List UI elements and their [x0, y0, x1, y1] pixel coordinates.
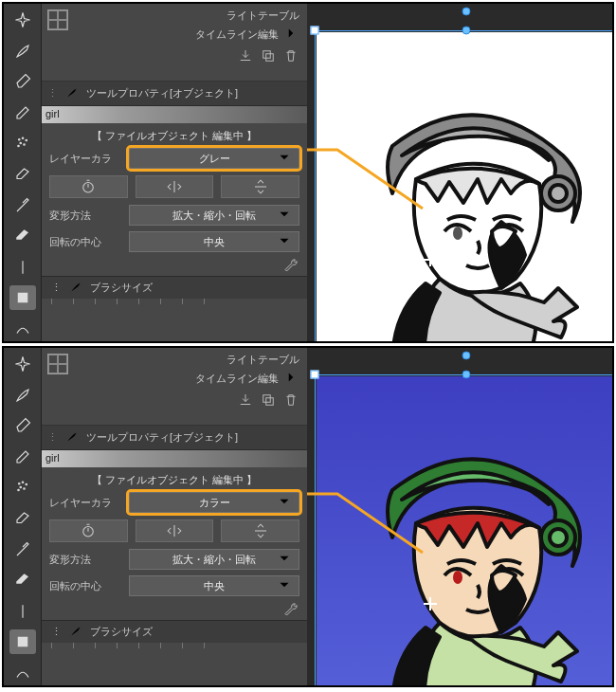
svg-point-18: [23, 488, 25, 490]
flip-vertical-button[interactable]: [221, 519, 299, 542]
brush-size-tab[interactable]: ⋮ ブラシサイズ: [42, 276, 307, 299]
canvas-area[interactable]: [307, 348, 612, 685]
chevron-down-icon: [276, 493, 293, 512]
brush-size-tab[interactable]: ⋮ ブラシサイズ: [42, 620, 307, 643]
svg-point-16: [26, 484, 27, 486]
selection-handle-tl[interactable]: [311, 27, 319, 35]
chevron-down-icon: [276, 149, 293, 168]
svg-point-5: [17, 146, 19, 148]
import-icon[interactable]: [237, 47, 254, 64]
svg-point-26: [453, 571, 462, 584]
pen-icon[interactable]: [9, 413, 36, 439]
rotation-center-value: 中央: [204, 235, 225, 249]
light-table-menu[interactable]: ライトテーブル: [193, 350, 301, 369]
pen-icon[interactable]: [9, 69, 36, 95]
svg-rect-22: [266, 398, 274, 406]
rotation-handle[interactable]: [462, 352, 471, 360]
transform-method-dropdown[interactable]: 拡大・縮小・回転: [129, 549, 299, 570]
rotation-center-dropdown[interactable]: 中央: [129, 231, 299, 252]
timer-mode-button[interactable]: [49, 175, 128, 198]
pencil-icon[interactable]: [9, 445, 36, 470]
layer-color-dropdown[interactable]: カラー: [129, 492, 299, 513]
layout-grid-button[interactable]: [47, 9, 68, 30]
brush-icon[interactable]: [9, 39, 36, 64]
chevron-right-icon: [282, 369, 299, 388]
knife-icon[interactable]: [9, 537, 36, 562]
svg-point-4: [23, 144, 25, 146]
layer-name-text: girl: [45, 452, 60, 464]
tool-property-title: ツールプロパティ[オブジェクト]: [86, 430, 238, 445]
brush-small-icon: [63, 84, 81, 103]
transform-method-dropdown[interactable]: 拡大・縮小・回転: [129, 205, 299, 226]
timeline-edit-menu[interactable]: タイムライン編集: [193, 369, 301, 388]
transform-method-value: 拡大・縮小・回転: [172, 209, 256, 223]
ui-panel-0: ライトテーブル タイムライン編集 ⋮ ツールプロパティ[オブジェクト] girl…: [2, 2, 614, 343]
trash-icon[interactable]: [282, 392, 299, 409]
sparkle-icon[interactable]: [9, 352, 36, 377]
rotation-center-dropdown[interactable]: 中央: [129, 575, 299, 596]
rect-icon[interactable]: [9, 285, 36, 311]
layer-color-value: グレー: [199, 152, 230, 166]
light-table-menu[interactable]: ライトテーブル: [193, 6, 301, 25]
knife-icon[interactable]: [9, 192, 36, 218]
artboard[interactable]: [317, 376, 612, 685]
spray-icon[interactable]: [9, 475, 36, 501]
tab-handle-icon: ⋮: [51, 282, 62, 294]
ui-panel-1: ライトテーブル タイムライン編集 ⋮ ツールプロパティ[オブジェクト] girl…: [2, 346, 614, 687]
import-icon[interactable]: [237, 392, 254, 409]
duplicate-icon[interactable]: [260, 47, 277, 64]
rotation-handle[interactable]: [462, 8, 471, 16]
vertical-tool-icon[interactable]: [9, 598, 36, 624]
spray-icon[interactable]: [9, 131, 36, 156]
svg-point-2: [26, 140, 27, 142]
tool-property-tab[interactable]: ⋮ ツールプロパティ[オブジェクト]: [42, 82, 307, 106]
brush-small-icon: [63, 428, 81, 447]
brush-size-label: ブラシサイズ: [90, 281, 153, 295]
flip-horizontal-button[interactable]: [136, 175, 214, 198]
eraser-icon[interactable]: [9, 568, 36, 593]
curve-icon[interactable]: [9, 316, 36, 341]
timeline-edit-menu[interactable]: タイムライン編集: [193, 25, 301, 44]
flip-horizontal-button[interactable]: [136, 519, 214, 542]
brush-small-icon: [67, 623, 84, 642]
svg-rect-6: [17, 293, 27, 303]
eraser-tip-icon[interactable]: [9, 506, 36, 532]
layer-color-label: レイヤーカラ: [49, 496, 123, 510]
brush-icon[interactable]: [9, 383, 36, 409]
eraser-icon[interactable]: [9, 224, 36, 249]
wrench-icon[interactable]: [282, 257, 299, 274]
vertical-tool-icon[interactable]: [9, 254, 36, 280]
rect-icon[interactable]: [9, 629, 36, 655]
timer-mode-button[interactable]: [49, 519, 128, 542]
wrench-icon[interactable]: [282, 601, 299, 618]
timeline-edit-label: タイムライン編集: [195, 372, 279, 386]
eraser-tip-icon[interactable]: [9, 162, 36, 188]
artboard[interactable]: [317, 32, 612, 341]
selection-handle-tl[interactable]: [311, 371, 319, 379]
chevron-down-icon: [276, 232, 293, 251]
sparkle-icon[interactable]: [9, 8, 36, 33]
selection-handle-t[interactable]: [462, 371, 471, 379]
duplicate-icon[interactable]: [260, 392, 277, 409]
layer-name-strip[interactable]: girl: [42, 450, 307, 467]
chevron-right-icon: [282, 25, 299, 44]
curve-icon[interactable]: [9, 660, 36, 685]
layer-color-dropdown[interactable]: グレー: [129, 148, 299, 169]
flip-vertical-button[interactable]: [221, 175, 299, 198]
character-art: [335, 433, 612, 685]
trash-icon[interactable]: [282, 47, 299, 64]
tab-handle-icon: ⋮: [51, 626, 62, 638]
svg-point-1: [22, 137, 24, 139]
selection-handle-t[interactable]: [462, 27, 471, 35]
layer-color-value: カラー: [199, 496, 230, 510]
svg-rect-8: [266, 54, 274, 62]
pencil-icon[interactable]: [9, 100, 36, 126]
svg-point-17: [20, 487, 22, 489]
layout-grid-button[interactable]: [47, 354, 68, 374]
tool-property-tab[interactable]: ⋮ ツールプロパティ[オブジェクト]: [42, 426, 307, 450]
property-column: ライトテーブル タイムライン編集 ⋮ ツールプロパティ[オブジェクト] girl…: [42, 348, 307, 685]
canvas-area[interactable]: [307, 4, 612, 341]
layer-name-strip[interactable]: girl: [42, 106, 307, 123]
brush-small-icon: [67, 279, 84, 298]
svg-point-25: [550, 529, 567, 546]
